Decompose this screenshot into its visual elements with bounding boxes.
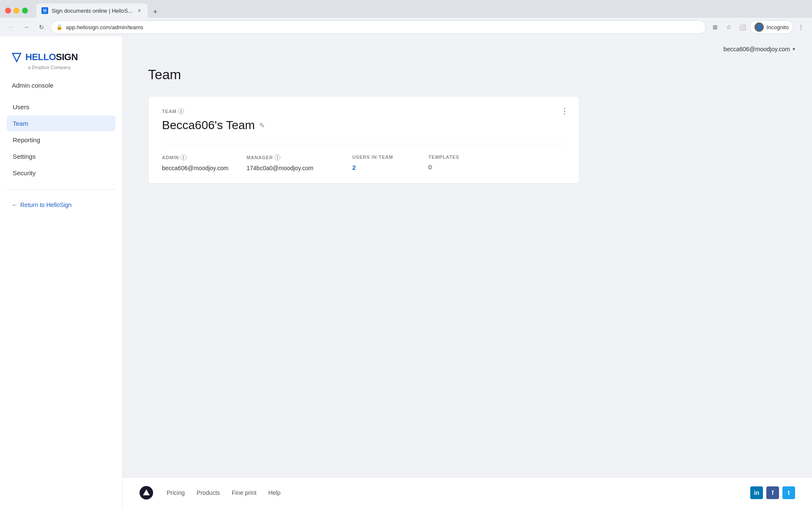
team-name: Becca606's Team	[162, 119, 255, 132]
templates-detail: TEMPLATES 0	[428, 155, 505, 171]
sidebar-item-users[interactable]: Users	[7, 99, 115, 115]
sidebar-item-security[interactable]: Security	[7, 165, 115, 181]
window-icon[interactable]: ⬜	[736, 21, 748, 33]
admin-label-text: ADMIN	[162, 155, 179, 160]
app-footer: Pricing Products Fine print Help in f t	[123, 477, 812, 508]
security-lock-icon: 🔒	[56, 24, 63, 30]
sidebar-item-reporting[interactable]: Reporting	[7, 132, 115, 148]
new-tab-button[interactable]: +	[149, 6, 161, 18]
sidebar: ▽ HELLOSIGN a Dropbox Company Admin cons…	[0, 36, 123, 508]
footer-link-fine-print[interactable]: Fine print	[232, 489, 256, 496]
tab-favicon: H	[41, 7, 48, 14]
footer-logo-svg	[143, 489, 150, 497]
templates-label-text: TEMPLATES	[428, 155, 459, 160]
manager-label: MANAGER i	[247, 155, 352, 160]
users-in-team-detail: USERS IN TEAM 2	[352, 155, 428, 171]
profile-label: Incognito	[766, 24, 789, 30]
facebook-button[interactable]: f	[766, 486, 779, 499]
maximize-window-button[interactable]	[22, 8, 28, 14]
main-content: Team ⋮ TEAM i Becca606's Team ✎ ADMIN	[123, 47, 812, 477]
sidebar-divider	[7, 189, 115, 190]
footer-social: in f t	[750, 486, 795, 499]
team-name-row: Becca606's Team ✎	[162, 119, 565, 132]
page-title: Team	[148, 67, 787, 83]
edit-team-name-icon[interactable]: ✎	[259, 121, 265, 130]
reload-button[interactable]: ↻	[36, 21, 47, 33]
user-email-text: becca606@moodjoy.com	[724, 46, 790, 52]
forward-button[interactable]: →	[20, 21, 32, 33]
admin-value: becca606@moodjoy.com	[162, 165, 247, 171]
tab-bar: H Sign documents online | HelloS... ✕ +	[36, 3, 719, 18]
logo-main: ▽ HELLOSIGN	[12, 50, 110, 64]
minimize-window-button[interactable]	[14, 8, 19, 14]
manager-info-icon[interactable]: i	[274, 155, 280, 160]
user-email-header[interactable]: becca606@moodjoy.com ▾	[724, 46, 795, 52]
address-bar[interactable]: 🔒 app.hellosign.com/admin/teams	[51, 20, 706, 34]
admin-label: ADMIN i	[162, 155, 247, 160]
footer-links: Pricing Products Fine print Help	[167, 489, 280, 496]
admin-console-label: Admin console	[0, 78, 122, 99]
manager-detail: MANAGER i 174bc0a0@moodjoy.com	[247, 155, 352, 171]
tab-title: Sign documents online | HelloS...	[52, 8, 132, 14]
team-label-text: TEAM	[162, 109, 176, 114]
cast-icon[interactable]: ⊞	[709, 21, 721, 33]
users-in-team-value[interactable]: 2	[352, 164, 428, 171]
users-label-text: USERS IN TEAM	[352, 155, 393, 160]
sidebar-nav: Users Team Reporting Settings Security	[0, 99, 122, 181]
sidebar-item-team[interactable]: Team	[7, 116, 115, 131]
traffic-lights	[5, 8, 28, 14]
linkedin-button[interactable]: in	[750, 486, 763, 499]
logo-container: ▽ HELLOSIGN a Dropbox Company	[12, 50, 110, 70]
footer-link-pricing[interactable]: Pricing	[167, 489, 185, 496]
sidebar-logo: ▽ HELLOSIGN a Dropbox Company	[0, 36, 122, 78]
footer-left: Pricing Products Fine print Help	[140, 486, 280, 500]
templates-label: TEMPLATES	[428, 155, 505, 160]
admin-info-icon[interactable]: i	[181, 155, 187, 160]
profile-icon: 👤	[754, 22, 764, 32]
team-card: ⋮ TEAM i Becca606's Team ✎ ADMIN i	[148, 96, 579, 184]
toolbar-actions: ⊞ ☆ ⬜ 👤 Incognito ⋮	[709, 20, 807, 34]
footer-link-products[interactable]: Products	[197, 489, 220, 496]
close-window-button[interactable]	[5, 8, 11, 14]
profile-area[interactable]: 👤 Incognito	[750, 20, 793, 34]
logo-subtitle: a Dropbox Company	[28, 65, 110, 70]
footer-logo	[140, 486, 153, 500]
users-in-team-label: USERS IN TEAM	[352, 155, 428, 160]
footer-link-help[interactable]: Help	[268, 489, 280, 496]
url-text: app.hellosign.com/admin/teams	[66, 24, 143, 30]
browser-titlebar: H Sign documents online | HelloS... ✕ +	[0, 0, 812, 18]
active-tab[interactable]: H Sign documents online | HelloS... ✕	[36, 3, 148, 18]
team-card-menu-button[interactable]: ⋮	[559, 105, 571, 117]
return-arrow-icon: ←	[12, 202, 18, 208]
team-info-icon[interactable]: i	[178, 108, 184, 114]
more-options-button[interactable]: ⋮	[795, 21, 807, 33]
admin-detail: ADMIN i becca606@moodjoy.com	[162, 155, 247, 171]
hellosign-logo-icon: ▽	[12, 50, 21, 64]
tab-close-button[interactable]: ✕	[136, 7, 143, 14]
browser-toolbar: ← → ↻ 🔒 app.hellosign.com/admin/teams ⊞ …	[0, 18, 812, 36]
templates-value: 0	[428, 164, 505, 171]
svg-marker-0	[143, 489, 150, 495]
team-section-label: TEAM i	[162, 108, 565, 114]
manager-label-text: MANAGER	[247, 155, 273, 160]
browser-chrome: H Sign documents online | HelloS... ✕ + …	[0, 0, 812, 36]
manager-value: 174bc0a0@moodjoy.com	[247, 165, 352, 171]
bookmark-icon[interactable]: ☆	[723, 21, 735, 33]
back-button[interactable]: ←	[5, 21, 17, 33]
return-link-text: Return to HelloSign	[20, 202, 71, 208]
team-details: ADMIN i becca606@moodjoy.com MANAGER i 1…	[162, 144, 565, 171]
logo-text: HELLOSIGN	[25, 52, 78, 63]
chevron-down-icon: ▾	[793, 46, 795, 52]
sidebar-item-settings[interactable]: Settings	[7, 149, 115, 164]
return-to-hellosign-link[interactable]: ← Return to HelloSign	[0, 198, 122, 212]
app-container: ▽ HELLOSIGN a Dropbox Company Admin cons…	[0, 36, 812, 508]
twitter-button[interactable]: t	[782, 486, 795, 499]
